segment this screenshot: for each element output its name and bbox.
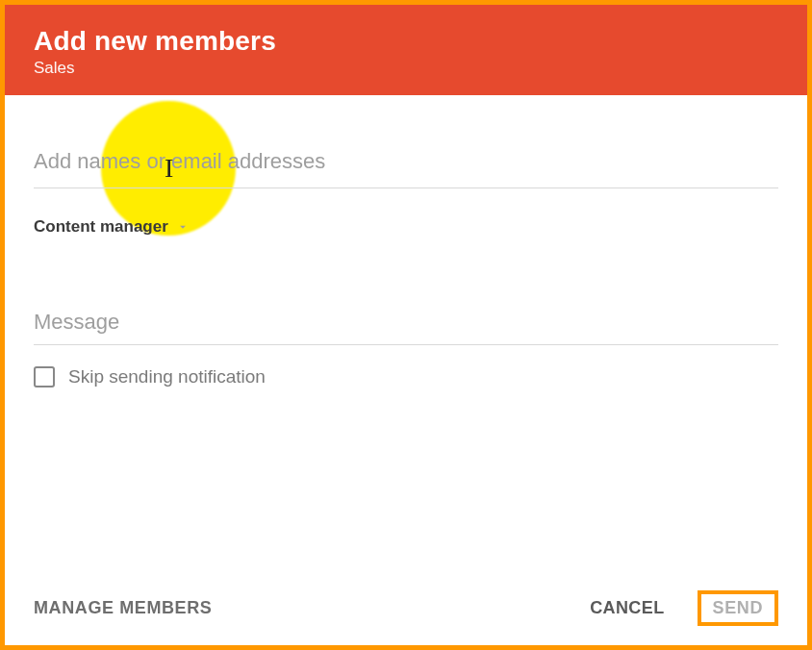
cancel-button[interactable]: CANCEL	[590, 598, 664, 618]
dialog-title: Add new members	[34, 26, 778, 57]
skip-notification-checkbox[interactable]	[34, 366, 55, 388]
dialog-header: Add new members Sales	[5, 5, 807, 95]
dialog-subtitle: Sales	[34, 59, 778, 78]
dialog-footer: MANAGE MEMBERS CANCEL SEND	[5, 590, 807, 645]
role-label: Content manager	[34, 217, 168, 237]
skip-notification-label: Skip sending notification	[68, 366, 266, 388]
manage-members-button[interactable]: MANAGE MEMBERS	[34, 598, 212, 618]
names-input[interactable]	[34, 141, 778, 188]
role-dropdown[interactable]: Content manager	[34, 217, 778, 237]
add-members-dialog: Add new members Sales I Content manager …	[0, 0, 812, 650]
dialog-body: I Content manager Skip sending notificat…	[5, 95, 807, 590]
chevron-down-icon	[176, 220, 190, 234]
message-input[interactable]	[34, 306, 778, 345]
names-field-row	[34, 141, 778, 188]
skip-notification-row: Skip sending notification	[34, 366, 778, 388]
send-button[interactable]: SEND	[713, 598, 763, 618]
message-field-row	[34, 306, 778, 345]
send-button-highlight: SEND	[698, 590, 778, 626]
